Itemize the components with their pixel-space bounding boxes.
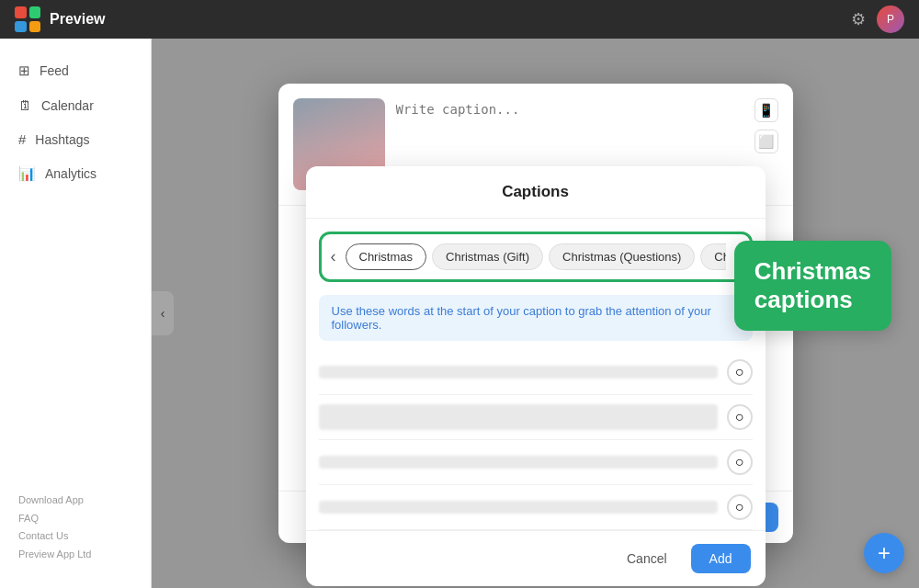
- caption-text-1: [319, 366, 718, 379]
- caption-text-3: [319, 456, 718, 469]
- footer-link-download[interactable]: Download App: [18, 492, 132, 510]
- sidebar-nav: ⊞ Feed 🗓 Calendar # Hashtags 📊 Analytics: [0, 53, 151, 191]
- tab-christmas[interactable]: Christmas: [346, 243, 427, 270]
- footer-link-contact[interactable]: Contact Us: [18, 527, 132, 546]
- sidebar-item-calendar[interactable]: 🗓 Calendar: [0, 88, 151, 122]
- logo-tr: [29, 6, 41, 18]
- caption-item-2: ○: [319, 395, 753, 440]
- topbar: Preview ⚙ P: [0, 0, 919, 39]
- app-logo: [15, 6, 40, 32]
- app-title: Preview: [50, 11, 105, 28]
- fab-button[interactable]: +: [864, 533, 904, 573]
- tab-christmas-quotes[interactable]: Christmas (Quotes): [700, 243, 725, 270]
- caption-item-1: ○: [319, 350, 753, 395]
- topbar-left: Preview: [15, 6, 105, 32]
- gear-icon[interactable]: ⚙: [851, 9, 866, 29]
- footer-link-faq[interactable]: FAQ: [18, 510, 132, 528]
- tab-strip-wrapper: ‹ Christmas Christmas (Gift) Christmas (…: [319, 232, 753, 282]
- hash-icon: #: [18, 131, 26, 147]
- caption-select-4[interactable]: ○: [727, 494, 753, 520]
- captions-add-button[interactable]: Add: [691, 544, 751, 573]
- topbar-right: ⚙ P: [851, 6, 904, 33]
- chart-icon: 📊: [18, 165, 36, 182]
- captions-cancel-button[interactable]: Cancel: [612, 544, 682, 573]
- caption-select-3[interactable]: ○: [727, 449, 753, 475]
- sidebar-item-feed[interactable]: ⊞ Feed: [0, 53, 151, 88]
- content-area: ‹ 📱 ⬜ Captions: [152, 39, 919, 588]
- expand-icon[interactable]: ⬜: [754, 130, 778, 153]
- annotation-line1: Christmas: [754, 257, 871, 286]
- tab-christmas-gift[interactable]: Christmas (Gift): [432, 243, 543, 270]
- logo-bl: [15, 21, 27, 33]
- sidebar: ⊞ Feed 🗓 Calendar # Hashtags 📊 Analytics…: [0, 39, 152, 588]
- captions-dialog-title: Captions: [306, 166, 766, 219]
- sidebar-footer: Download App FAQ Contact Us Preview App …: [0, 482, 151, 573]
- caption-text-4: [319, 501, 718, 514]
- sidebar-item-hashtags[interactable]: # Hashtags: [0, 122, 151, 156]
- sidebar-label-hashtags: Hashtags: [35, 132, 89, 147]
- caption-item-3: ○: [319, 440, 753, 485]
- footer-brand: Preview App Ltd: [18, 546, 132, 564]
- tab-christmas-questions[interactable]: Christmas (Questions): [549, 243, 695, 270]
- sidebar-label-calendar: Calendar: [41, 98, 94, 113]
- caption-list: ○ ○ ○ ○: [306, 350, 766, 530]
- avatar[interactable]: P: [877, 6, 904, 33]
- caption-text-2: [319, 404, 718, 430]
- grid-icon: ⊞: [18, 62, 30, 79]
- annotation-line2: captions: [754, 286, 871, 314]
- sidebar-item-analytics[interactable]: 📊 Analytics: [0, 156, 151, 191]
- tab-prev-button[interactable]: ‹: [325, 247, 342, 266]
- logo-tl: [15, 6, 27, 18]
- description-bar: Use these words at the start of your cap…: [319, 295, 753, 341]
- sidebar-label-feed: Feed: [40, 63, 69, 78]
- calendar-icon: 🗓: [18, 97, 32, 113]
- annotation-box: Christmas captions: [734, 241, 891, 331]
- caption-select-1[interactable]: ○: [727, 359, 753, 385]
- logo-br: [29, 21, 41, 33]
- caption-item-4: ○: [319, 485, 753, 530]
- captions-dialog: Captions ‹ Christmas Christmas (Gift) Ch…: [306, 166, 766, 586]
- captions-footer: Cancel Add: [306, 530, 766, 586]
- tab-strip: Christmas Christmas (Gift) Christmas (Qu…: [346, 243, 726, 270]
- mobile-preview-icon[interactable]: 📱: [754, 98, 778, 122]
- sidebar-label-analytics: Analytics: [45, 166, 96, 181]
- caption-select-2[interactable]: ○: [727, 404, 753, 430]
- main-layout: ⊞ Feed 🗓 Calendar # Hashtags 📊 Analytics…: [0, 39, 919, 588]
- outer-dialog: 📱 ⬜ Captions ‹ Christmas Christmas (Gift…: [278, 84, 793, 543]
